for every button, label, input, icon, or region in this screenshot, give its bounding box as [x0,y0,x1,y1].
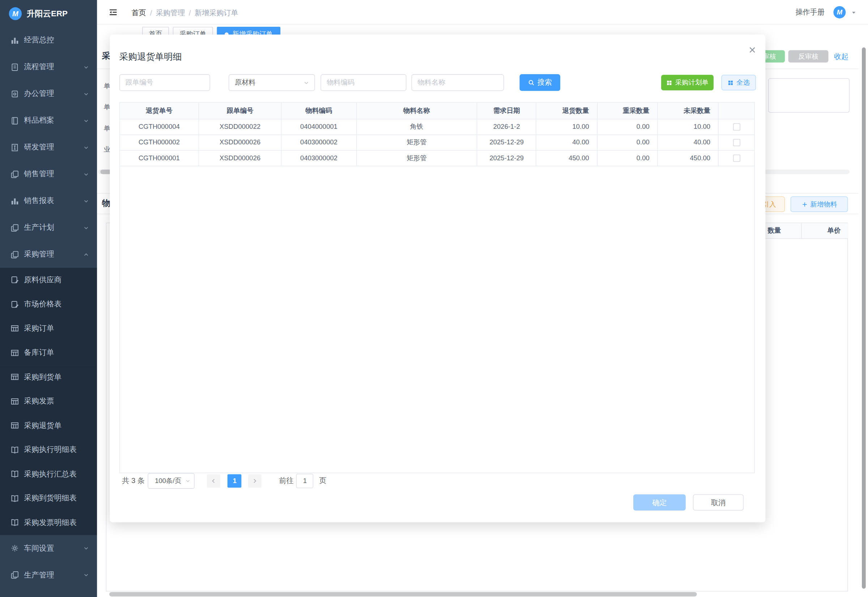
app-logo: M 升阳云ERP [0,0,97,27]
sidebar-item-label: 采购到货单 [24,372,61,382]
caret-down-icon[interactable] [851,9,857,15]
purchase-plan-button[interactable]: 采购计划单 [661,75,714,91]
sidebar-item-production-mgmt[interactable]: 生产管理 [0,561,97,588]
cancel-button[interactable]: 取消 [693,494,744,511]
copy-doc-icon [10,571,19,579]
grid-icon [666,80,672,86]
prev-page-button[interactable] [207,474,221,488]
horizontal-scrollbar-thumb[interactable] [109,592,697,596]
material-table-header: 数量 单价 [765,223,848,239]
cell-rebuy-qty: 0.00 [597,150,658,166]
row-checkbox[interactable] [733,123,740,131]
breadcrumb: 首页 / 采购管理 / 新增采购订单 [132,8,238,18]
open-book-icon [10,446,19,454]
sidebar-item-label: 原料供应商 [24,275,61,285]
table-icon [10,422,19,430]
page-title-clipped: 采 [102,50,110,61]
page-size-select[interactable]: 100条/页 [148,473,195,489]
sidebar-item-label: 采购发票 [24,396,54,406]
sidebar-item-purchase-invoice-detail[interactable]: 采购发票明细表 [0,511,97,535]
chevron-down-icon [83,171,89,177]
sidebar-item-label: 办公管理 [24,89,54,99]
material-name-input[interactable] [412,74,504,91]
table-row: CGTH000002XSDD0000260403000002矩形管2025-12… [120,135,754,150]
sidebar-item-raw-material-supplier[interactable]: 原料供应商 [0,268,97,292]
sidebar-item-process-mgmt[interactable]: 流程管理 [0,53,97,80]
sidebar-item-purchase-arrival-detail[interactable]: 采购到货明细表 [0,486,97,511]
form-label-clipped: 单 [104,103,110,112]
sidebar-item-sales-mgmt[interactable]: 销售管理 [0,160,97,187]
avatar[interactable]: M [833,6,846,18]
doc-i-icon [10,143,19,151]
sidebar-item-label: 销售管理 [24,169,54,179]
manual-link[interactable]: 操作手册 [795,7,825,17]
chevron-up-icon [83,251,89,258]
column-header-price: 单价 [802,223,848,238]
sidebar-item-purchase-arrival[interactable]: 采购到货单 [0,365,97,389]
sidebar: M 升阳云ERP 经营总控流程管理办公管理料品档案研发管理销售管理销售报表生产计… [0,0,97,597]
pagination-total: 共 3 条 [122,476,145,486]
copy-doc-icon [10,224,19,232]
cell-material-code: 0404000001 [281,119,356,134]
sidebar-item-rd-mgmt[interactable]: 研发管理 [0,134,97,160]
chevron-down-icon [83,64,89,70]
add-material-button[interactable]: 新增物料 [791,196,848,212]
sidebar-item-purchase-exec-detail[interactable]: 采购执行明细表 [0,438,97,462]
sidebar-item-purchase-invoice[interactable]: 采购发票 [0,389,97,414]
sidebar-item-purchase-exec-summary[interactable]: 采购执行汇总表 [0,462,97,486]
select-all-button[interactable]: 全选 [721,75,756,91]
close-icon[interactable] [748,46,757,54]
sidebar-item-label: 采购退货单 [24,420,61,431]
row-checkbox[interactable] [733,154,740,162]
goto-page-input[interactable] [296,474,314,488]
edit-doc-icon [10,300,19,308]
unaudit-button[interactable]: 反审核 [788,50,829,62]
confirm-button[interactable]: 确定 [633,494,686,511]
sidebar-item-label: 料品档案 [24,116,54,126]
sidebar-item-label: 生产管理 [24,570,54,580]
sidebar-item-purchase-mgmt[interactable]: 采购管理 [0,241,97,268]
search-button[interactable]: 搜索 [520,74,561,91]
sidebar-item-stock-order[interactable]: 备库订单 [0,340,97,365]
table-icon [10,373,19,382]
sidebar-item-label: 市场价格表 [24,299,61,309]
chevron-down-icon [83,225,89,231]
sidebar-item-sales-reports[interactable]: 销售报表 [0,187,97,214]
sidebar-item-purchase-order[interactable]: 采购订单 [0,316,97,340]
sidebar-item-office-mgmt[interactable]: 办公管理 [0,80,97,107]
remark-textarea[interactable] [768,78,850,113]
sidebar-item-purchase-return[interactable]: 采购退货单 [0,414,97,438]
cell-unpurchased-qty: 10.00 [658,119,718,134]
sidebar-item-label: 销售报表 [24,196,54,206]
sidebar-fold-icon[interactable] [109,8,118,17]
app-title: 升阳云ERP [27,8,68,18]
page-number-1[interactable]: 1 [228,474,242,488]
breadcrumb-home[interactable]: 首页 [132,8,146,18]
column-header-material-name: 物料名称 [356,103,477,119]
sidebar-item-market-price-list[interactable]: 市场价格表 [0,292,97,316]
sidebar-item-label: 备库订单 [24,348,54,358]
sidebar-item-workshop-settings[interactable]: 车间设置 [0,535,97,561]
sidebar-item-label: 采购发票明细表 [24,518,77,528]
purchase-return-detail-dialog: 采购退货单明细 原材料 搜索 采购计划单 全选 [110,35,766,523]
next-page-button[interactable] [249,474,262,488]
sidebar-item-material-archives[interactable]: 料品档案 [0,107,97,134]
column-header-qty: 数量 [765,223,801,238]
row-checkbox[interactable] [733,139,740,146]
form-label-clipped: 单 [104,82,110,91]
sidebar-item-processing-workshop[interactable]: 加工车间 [0,588,97,597]
sidebar-item-production-plan[interactable]: 生产计划 [0,214,97,241]
tracking-no-input[interactable] [119,74,210,91]
dialog-title: 采购退货单明细 [119,51,756,63]
category-select[interactable]: 原材料 [228,74,315,91]
cell-demand-date: 2025-12-29 [477,150,536,166]
collapse-link[interactable]: 收起 [834,52,849,62]
edit-doc-icon [10,276,19,284]
sidebar-item-label: 采购管理 [24,249,54,260]
breadcrumb-current: 新增采购订单 [195,8,238,18]
chevron-down-icon [83,117,89,124]
breadcrumb-purchase-mgmt[interactable]: 采购管理 [156,8,185,18]
sidebar-item-business-overview[interactable]: 经营总控 [0,27,97,53]
vertical-scrollbar-thumb[interactable] [862,48,866,589]
material-code-input[interactable] [320,74,406,91]
